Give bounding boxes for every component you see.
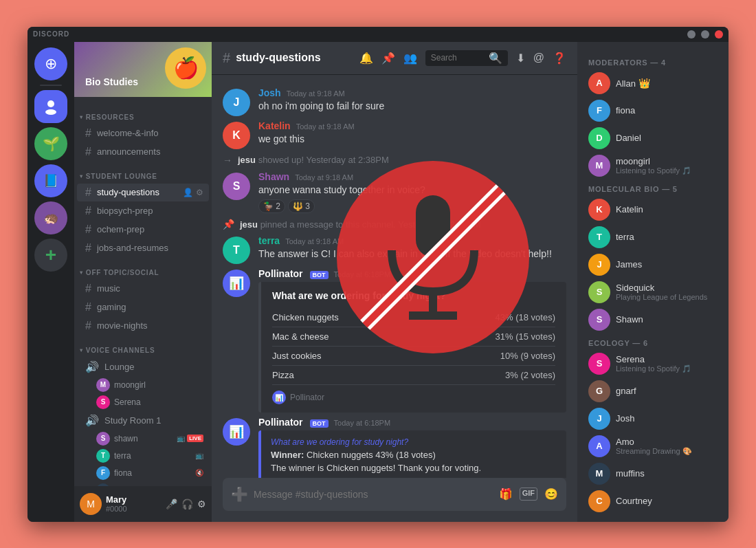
member-daniel[interactable]: D Daniel [583,124,723,152]
channel-welcome[interactable]: # welcome-&-info [77,124,209,142]
server-icon-2[interactable]: 🌱 [34,127,67,160]
member-moongirl[interactable]: M moongirl Listening to Spotify 🎵 [583,152,723,179]
pin-icon[interactable]: 📌 [381,52,395,65]
msg-text-terra: The answer is C! I can also explain in v… [258,248,566,261]
channel-study-questions[interactable]: # study-questions 👤 ⚙ [77,184,209,201]
current-user-name: Mary [106,494,162,505]
message-pollinator-poll: 📊 Pollinator BOT Today at 6:18PM What ar… [223,267,566,414]
channel-movies[interactable]: # movie-nights [77,317,209,335]
channel-jobs[interactable]: # jobs-and-resumes [77,239,209,257]
category-student-lounge[interactable]: ▾ STUDENT LOUNGE [74,162,212,183]
bell-icon[interactable]: 🔔 [359,52,373,65]
msg-username-pollinator: Pollinator [258,268,303,279]
server-banner[interactable]: 🍎 Bio Studies [74,42,212,97]
hash-icon: # [85,320,91,332]
member-name-terra: terra [616,232,718,242]
avatar-shawn-m: S [588,309,610,331]
channel-music[interactable]: # music [77,280,209,298]
settings-icon[interactable]: ⚙ [197,498,206,509]
member-info-moongirl: moongirl Listening to Spotify 🎵 [616,156,718,175]
member-terra-m[interactable]: T terra [583,223,723,251]
member-info-gnarf: gnarf [616,386,718,396]
message-input[interactable] [254,481,493,507]
channel-study-room-1[interactable]: 🔊 Study Room 1 [77,411,209,430]
member-katelin[interactable]: K Katelin [583,196,723,223]
voice-member-fiona[interactable]: F fiona 🔇 [77,465,209,481]
server-icon-1[interactable] [34,90,67,123]
winner-ref-text: What are we ordering for study night? [271,437,557,447]
avatar-fiona: F [588,100,610,122]
main-layout: ⊕ 🌱 📘 🦔 + 🍎 Bio Studies ▾ [27,42,729,522]
msg-timestamp-shawn: Today at 9:18 AM [295,173,353,182]
voice-member-shawn[interactable]: S shawn 📺 LIVE [77,430,209,447]
category-voice[interactable]: ▾ VOICE CHANNELS [74,336,212,357]
member-james[interactable]: J James [583,251,723,278]
channel-announcements[interactable]: # announcements [77,143,209,161]
poll-option-result: 10% (9 votes) [500,351,555,361]
member-name-katelin: Katelin [616,204,718,215]
close-btn[interactable] [715,30,723,39]
member-muffins-e[interactable]: M muffins [583,460,723,487]
avatar-daniel: D [588,127,610,149]
msg-header-terra: terra Today at 9:18 AM [258,235,566,246]
category-off-topic[interactable]: ▾ OFF TOPIC/SOCIAL [74,258,212,279]
member-info-terra-m: terra [616,232,718,242]
member-sidequick[interactable]: S Sidequick Playing League of Legends [583,278,723,306]
channel-gaming[interactable]: # gaming [77,298,209,316]
minimize-btn[interactable] [687,30,696,39]
winner-thank-text: The winner is Chicken nuggets! Thank you… [271,463,557,473]
server-icon-3[interactable]: 📘 [34,164,67,197]
voice-member-terra[interactable]: T terra 📺 [77,448,209,464]
poll-footer-avatar: 📊 [272,391,286,404]
poll-embed: What are we ordering for study night? Ch… [258,282,566,413]
member-josh-e[interactable]: J Josh [583,405,723,432]
poll-option-result: 43% (18 votes) [496,312,555,322]
server-icon-4[interactable]: 🦔 [34,201,67,234]
member-serena[interactable]: S Serena Listening to Spotify 🎵 [583,350,723,377]
member-fiona[interactable]: F fiona [583,97,723,124]
headphone-icon[interactable]: 🎧 [181,498,193,509]
download-icon[interactable]: ⬇ [516,52,525,65]
msg-header-winner: Pollinator BOT Today at 6:18PM [258,417,566,428]
member-gnarf[interactable]: G gnarf [583,377,723,405]
search-input[interactable] [431,53,486,63]
msg-timestamp-terra: Today at 9:18 AM [285,237,344,245]
winner-embed: What are we ordering for study night? Wi… [258,430,566,477]
channel-actions: 👤 ⚙ [183,188,203,197]
msg-username-pollinator-2: Pollinator [258,417,303,428]
titlebar: DISCORD [27,27,729,42]
channel-ochem[interactable]: # ochem-prep [77,221,209,239]
message-input-area: ➕ 🎁 GIF 😊 [212,478,577,522]
emoji-icon[interactable]: 😊 [544,487,558,501]
members-icon[interactable]: 👥 [403,52,417,65]
help-icon[interactable]: ❓ [553,52,566,65]
discord-home-icon[interactable]: ⊕ [34,47,67,80]
category-resources[interactable]: ▾ RESOURCES [74,102,212,124]
voice-member-serena[interactable]: S Serena [77,394,209,410]
voice-icon: 🔊 [85,414,99,427]
add-attachment-btn[interactable]: ➕ [231,478,248,511]
mic-icon[interactable]: 🎤 [166,498,177,509]
voice-member-moongirl[interactable]: M moongirl [77,377,209,393]
terra-icons: 📺 [195,452,203,459]
reaction-duck[interactable]: 🦆 2 [258,199,285,213]
member-info-courtney: Courtney [616,496,718,506]
message-katelin: K Katelin Today at 9:18 AM we got this [223,119,566,151]
app-window: DISCORD ⊕ 🌱 📘 🦔 + 🍎 Bio Studies [27,27,729,522]
reaction-trident[interactable]: 🔱 3 [288,199,315,213]
settings-icon[interactable]: ⚙ [196,188,203,197]
gift-icon[interactable]: 🎁 [499,487,513,501]
maximize-btn[interactable] [701,30,709,39]
channel-lounge-voice[interactable]: 🔊 Lounge [77,358,209,376]
at-icon[interactable]: @ [533,52,544,64]
member-allan[interactable]: A Allan 👑 [583,69,723,97]
avatar-pollinator-2: 📊 [223,418,250,446]
gif-icon[interactable]: GIF [520,487,537,501]
member-shawn-m[interactable]: S Shawn [583,306,723,333]
member-info-serena: Serena Listening to Spotify 🎵 [616,354,718,373]
member-amo[interactable]: A Amo Streaming Drawing 🎨 [583,432,723,460]
channel-biopsych[interactable]: # biopsych-prep [77,202,209,220]
member-courtney[interactable]: C Courtney [583,487,723,515]
add-server-icon[interactable]: + [34,239,67,272]
search-box[interactable]: 🔍 [425,50,508,66]
